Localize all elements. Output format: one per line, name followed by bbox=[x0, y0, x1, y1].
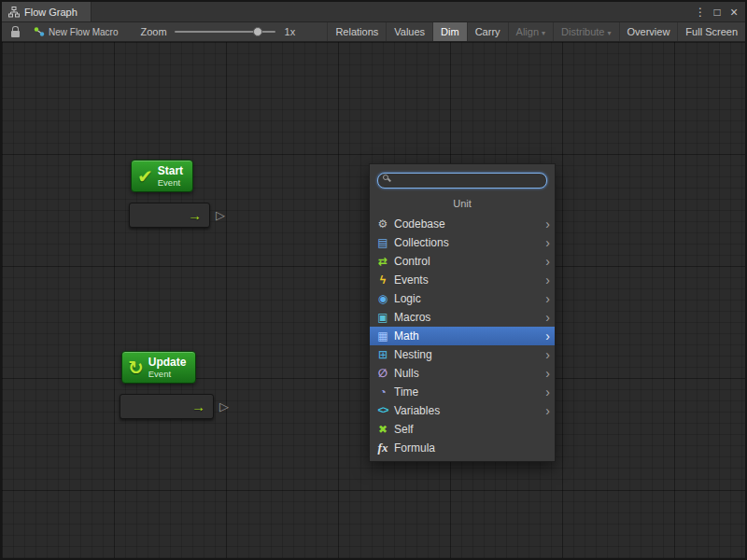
menu-item-label: Formula bbox=[394, 441, 435, 455]
tab-title: Flow Graph bbox=[24, 7, 78, 18]
full-screen-button[interactable]: Full Screen bbox=[677, 22, 745, 41]
variables-icon: <> bbox=[375, 405, 390, 415]
dim-button[interactable]: Dim bbox=[432, 22, 467, 41]
update-node-port-strip[interactable]: → bbox=[120, 394, 214, 419]
toolbar-right-group: Relations Values Dim Carry Align▾ Distri… bbox=[327, 22, 745, 41]
title-bar: Flow Graph ⋮ □ × bbox=[2, 2, 745, 22]
collections-icon: ▤ bbox=[375, 237, 390, 248]
fuzzy-finder-menu: Unit ⚙ Codebase › ▤ Collections › ⇄ Cont… bbox=[369, 163, 556, 462]
window-controls: ⋮ □ × bbox=[693, 2, 745, 21]
zoom-label: Zoom bbox=[140, 26, 166, 37]
zoom-value: 1x bbox=[285, 26, 296, 37]
chevron-right-icon: › bbox=[545, 404, 550, 417]
menu-item-macros[interactable]: ▣ Macros › bbox=[370, 308, 555, 327]
distribute-button[interactable]: Distribute▾ bbox=[553, 22, 618, 41]
menu-item-label: Macros bbox=[394, 311, 430, 324]
align-button[interactable]: Align▾ bbox=[508, 22, 553, 41]
unit-search-input[interactable] bbox=[377, 173, 547, 189]
check-icon: ✔ bbox=[137, 167, 153, 186]
self-icon: ✖ bbox=[375, 424, 390, 435]
node-subtitle: Event bbox=[158, 177, 180, 188]
menu-item-label: Logic bbox=[394, 292, 421, 305]
values-button[interactable]: Values bbox=[386, 22, 432, 41]
menu-item-codebase[interactable]: ⚙ Codebase › bbox=[370, 215, 555, 233]
overview-button[interactable]: Overview bbox=[619, 22, 678, 41]
menu-item-nulls[interactable]: ∅ Nulls › bbox=[370, 364, 555, 383]
node-subtitle: Event bbox=[148, 369, 171, 379]
node-title: Start bbox=[158, 164, 183, 177]
menu-item-label: Time bbox=[394, 385, 418, 399]
menu-item-label: Variables bbox=[394, 404, 440, 417]
flow-macro-icon bbox=[34, 26, 45, 37]
menu-item-time[interactable]: ◔ Time › bbox=[370, 383, 555, 401]
flow-port-icon[interactable]: ▷ bbox=[219, 400, 229, 413]
update-node-header[interactable]: ↻ Update Event bbox=[121, 351, 196, 384]
loop-icon: ↻ bbox=[128, 358, 144, 377]
graph-toolbar: New Flow Macro Zoom 1x Relations Values … bbox=[2, 22, 745, 42]
menu-item-logic[interactable]: ◉ Logic › bbox=[370, 289, 555, 308]
chevron-right-icon: › bbox=[545, 385, 550, 399]
search-field-wrap bbox=[370, 164, 555, 192]
caret-down-icon: ▾ bbox=[542, 29, 545, 37]
gear-icon: ⚙ bbox=[375, 218, 390, 230]
search-icon bbox=[383, 175, 388, 180]
start-event-node[interactable]: ✔ Start Event → ▷ bbox=[131, 160, 193, 192]
zoom-slider[interactable] bbox=[175, 25, 275, 38]
menu-item-variables[interactable]: <> Variables › bbox=[370, 401, 555, 420]
menu-item-label: Math bbox=[394, 329, 419, 343]
menu-item-math[interactable]: ▦ Math › bbox=[370, 327, 555, 345]
chevron-right-icon: › bbox=[545, 236, 550, 249]
start-node-titles: Start Event bbox=[158, 164, 183, 188]
macro-name: New Flow Macro bbox=[49, 27, 118, 37]
macros-icon: ▣ bbox=[375, 312, 390, 323]
graph-canvas[interactable]: ✔ Start Event → ▷ ↻ Update Event → bbox=[2, 42, 745, 558]
start-node-port-strip[interactable]: → bbox=[129, 203, 210, 228]
update-node-titles: Update Event bbox=[148, 356, 187, 379]
update-event-node[interactable]: ↻ Update Event → ▷ bbox=[121, 351, 196, 384]
nesting-icon: ⊞ bbox=[375, 349, 390, 360]
start-node-header[interactable]: ✔ Start Event bbox=[131, 160, 193, 192]
clock-icon: ◔ bbox=[375, 386, 390, 398]
chevron-right-icon: › bbox=[545, 329, 550, 343]
menu-item-formula[interactable]: fx Formula bbox=[370, 439, 555, 457]
toolbar-left-group: New Flow Macro Zoom 1x bbox=[2, 22, 295, 41]
menu-item-collections[interactable]: ▤ Collections › bbox=[370, 233, 555, 252]
macro-breadcrumb-button[interactable]: New Flow Macro bbox=[30, 26, 121, 37]
window-menu-button[interactable]: ⋮ bbox=[693, 5, 708, 20]
menu-header: Unit bbox=[370, 192, 555, 215]
zoom-slider-handle[interactable] bbox=[253, 27, 262, 36]
lock-button[interactable] bbox=[7, 22, 22, 41]
math-icon: ▦ bbox=[375, 330, 390, 342]
menu-item-self[interactable]: ✖ Self bbox=[370, 420, 555, 439]
menu-item-label: Control bbox=[394, 255, 430, 268]
tab-flow-graph[interactable]: Flow Graph bbox=[2, 2, 92, 21]
maximize-button[interactable]: □ bbox=[710, 5, 725, 20]
flow-graph-icon bbox=[8, 7, 20, 18]
menu-item-events[interactable]: ϟ Events › bbox=[370, 271, 555, 289]
formula-icon: fx bbox=[375, 441, 390, 454]
close-button[interactable]: × bbox=[726, 5, 741, 20]
flow-port-icon[interactable]: ▷ bbox=[216, 209, 225, 221]
relations-button[interactable]: Relations bbox=[327, 22, 386, 41]
carry-button[interactable]: Carry bbox=[467, 22, 508, 41]
lock-icon bbox=[11, 31, 20, 37]
lightning-icon: ϟ bbox=[375, 274, 390, 286]
menu-item-label: Events bbox=[394, 273, 429, 287]
menu-item-nesting[interactable]: ⊞ Nesting › bbox=[370, 345, 555, 364]
menu-item-label: Self bbox=[394, 423, 414, 436]
chevron-right-icon: › bbox=[545, 255, 550, 268]
logic-icon: ◉ bbox=[375, 293, 390, 304]
flow-output-arrow-icon[interactable]: → bbox=[191, 399, 205, 413]
caret-down-icon: ▾ bbox=[608, 29, 612, 37]
menu-item-control[interactable]: ⇄ Control › bbox=[370, 252, 555, 271]
chevron-right-icon: › bbox=[545, 292, 550, 305]
flow-graph-window: Flow Graph ⋮ □ × New Flow Macro Zoom bbox=[0, 0, 747, 560]
control-icon: ⇄ bbox=[375, 256, 390, 267]
chevron-right-icon: › bbox=[545, 217, 550, 231]
chevron-right-icon: › bbox=[545, 367, 550, 380]
menu-item-label: Collections bbox=[394, 236, 449, 249]
null-icon: ∅ bbox=[375, 368, 390, 379]
menu-item-label: Nulls bbox=[394, 367, 419, 380]
flow-output-arrow-icon[interactable]: → bbox=[188, 208, 202, 222]
menu-item-label: Nesting bbox=[394, 348, 432, 361]
